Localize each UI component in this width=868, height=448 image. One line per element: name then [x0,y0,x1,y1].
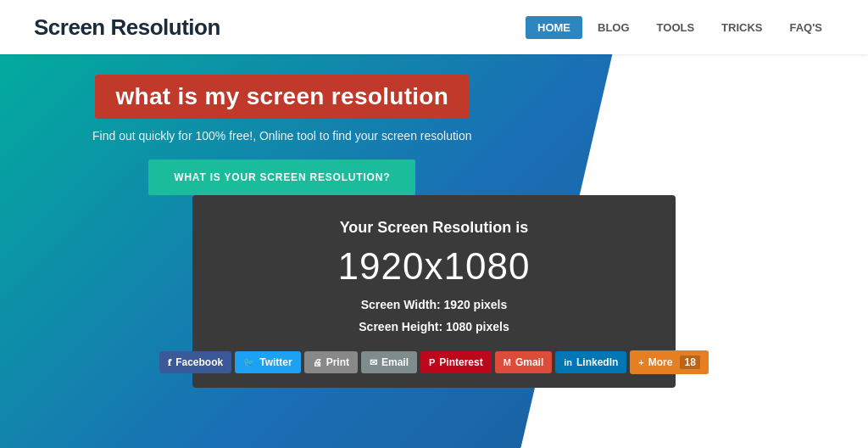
hero-title-box: what is my screen resolution [95,75,469,119]
share-facebook-button[interactable]: 𝐟Facebook [159,351,231,373]
nav-item-tools[interactable]: TOOLS [645,16,707,39]
print-icon: 🖨 [313,357,322,367]
gmail-icon: M [504,357,511,367]
pinterest-icon: P [429,357,435,367]
result-card: Your Screen Resolution is 1920x1080 Scre… [192,195,676,388]
share-print-button[interactable]: 🖨Print [304,351,358,373]
result-label: Your Screen Resolution is [340,219,529,237]
result-height: Screen Height: 1080 pixels [359,320,509,333]
facebook-icon: 𝐟 [168,357,171,368]
twitter-icon: 🐦 [243,357,255,368]
cta-button[interactable]: WHAT IS YOUR SCREEN RESOLUTION? [148,160,415,195]
site-logo: Screen Resolution [34,14,220,41]
linkedin-icon: in [564,357,572,367]
share-gmail-button[interactable]: MGmail [495,351,553,373]
more-icon: + [638,357,643,367]
share-pinterest-button[interactable]: PPinterest [420,351,492,373]
hero-content: what is my screen resolution Find out qu… [0,54,565,195]
nav-item-home[interactable]: HOME [526,16,582,39]
header: Screen Resolution HOMEBLOGTOOLSTRICKSFAQ… [0,0,868,54]
result-resolution: 1920x1080 [338,245,531,288]
email-icon: ✉ [370,357,377,368]
share-email-button[interactable]: ✉Email [361,351,417,373]
nav-item-faq's[interactable]: FAQ'S [778,16,835,39]
share-more-button[interactable]: +More18 [630,350,708,374]
hero-title: what is my screen resolution [115,83,448,110]
share-linkedin-button[interactable]: inLinkedIn [555,351,626,373]
hero-subtitle: Find out quickly for 100% free!, Online … [92,129,471,143]
result-width: Screen Width: 1920 pixels [361,298,508,311]
share-twitter-button[interactable]: 🐦Twitter [235,351,300,373]
nav-item-tricks[interactable]: TRICKS [709,16,774,39]
nav-item-blog[interactable]: BLOG [586,16,642,39]
main-nav: HOMEBLOGTOOLSTRICKSFAQ'S [526,16,834,39]
share-bar: 𝐟Facebook🐦Twitter🖨Print✉EmailPPinterestM… [159,350,709,374]
